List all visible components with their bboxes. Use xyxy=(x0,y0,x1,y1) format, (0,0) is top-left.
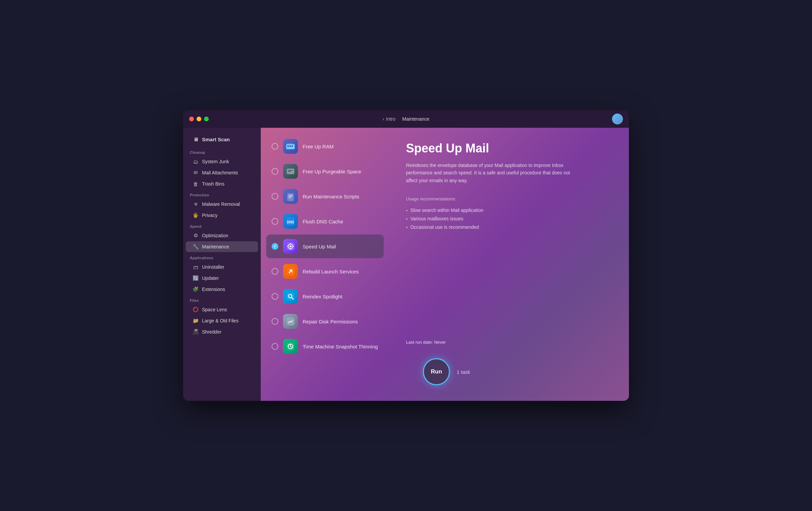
title-bar: ‹ Intro Maintenance xyxy=(183,110,629,128)
sidebar-item-malware-removal[interactable]: ☣ Malware Removal xyxy=(186,199,258,210)
sidebar-item-space-lens[interactable]: ⭕ Space Lens xyxy=(186,304,258,315)
last-run-info: Last run date: Never xyxy=(406,340,612,345)
svg-rect-8 xyxy=(288,170,293,171)
back-chevron-icon: ‹ xyxy=(383,116,384,122)
sidebar: 🖥 Smart Scan Cleanup 🗂 System Junk ✉ Mai… xyxy=(183,128,261,401)
task-label-reindex-spotlight: Reindex Spotlight xyxy=(303,294,342,299)
task-icon-flush-dns: DNS xyxy=(283,214,298,229)
task-label-free-up-ram: Free Up RAM xyxy=(303,144,334,149)
svg-rect-13 xyxy=(288,196,293,197)
usage-item-2: Various mailboxes issues xyxy=(406,215,612,223)
task-radio-free-up-ram[interactable] xyxy=(272,143,278,150)
task-radio-speed-up-mail[interactable] xyxy=(272,243,278,250)
sidebar-item-large-old-files[interactable]: 📁 Large & Old Files xyxy=(186,315,258,326)
sidebar-item-smart-scan[interactable]: 🖥 Smart Scan xyxy=(186,133,258,145)
maintenance-icon: 🔧 xyxy=(193,244,199,250)
shredder-label: Shredder xyxy=(202,329,222,335)
task-icon-maintenance-scripts xyxy=(283,189,298,204)
sidebar-item-updater[interactable]: 🔄 Updater xyxy=(186,273,258,284)
detail-title: Speed Up Mail xyxy=(406,141,612,155)
task-label-time-machine: Time Machine Snapshot Thinning xyxy=(303,344,378,349)
task-label-free-up-purgeable: Free Up Purgeable Space xyxy=(303,169,361,174)
mail-attachments-icon: ✉ xyxy=(193,170,199,176)
back-nav[interactable]: ‹ Intro xyxy=(383,116,396,122)
task-radio-rebuild-launch[interactable] xyxy=(272,268,278,275)
run-button[interactable]: Run xyxy=(423,358,450,385)
section-label-protection: Protection xyxy=(183,190,261,198)
main-content: Free Up RAM Free Up Purgeable Space xyxy=(261,128,629,401)
task-radio-free-up-purgeable[interactable] xyxy=(272,168,278,175)
space-lens-label: Space Lens xyxy=(202,307,227,312)
back-label: Intro xyxy=(386,116,396,122)
task-icon-time-machine xyxy=(283,339,298,354)
detail-panel: Speed Up Mail Reindexes the envelope dat… xyxy=(389,128,629,401)
close-button[interactable] xyxy=(189,117,194,121)
sidebar-item-shredder[interactable]: 📠 Shredder xyxy=(186,326,258,337)
extensions-icon: 🧩 xyxy=(193,286,199,292)
task-radio-maintenance-scripts[interactable] xyxy=(272,193,278,200)
usage-list: Slow search within Mail application Vari… xyxy=(406,206,612,232)
task-label-maintenance-scripts: Run Maintenance Scripts xyxy=(303,194,359,199)
detail-description: Reindexes the envelope database of your … xyxy=(406,162,582,184)
task-icon-free-up-ram xyxy=(283,139,298,154)
updater-icon: 🔄 xyxy=(193,275,199,281)
svg-point-19 xyxy=(289,245,291,247)
privacy-icon: 🖐 xyxy=(193,212,199,218)
user-avatar-button[interactable] xyxy=(612,114,623,124)
svg-rect-14 xyxy=(288,197,291,198)
sidebar-item-uninstaller[interactable]: 🗃 Uninstaller xyxy=(186,262,258,272)
optimization-label: Optimization xyxy=(202,233,228,238)
shredder-icon: 📠 xyxy=(193,329,199,335)
svg-rect-2 xyxy=(289,145,291,147)
traffic-lights xyxy=(189,117,209,121)
sidebar-item-system-junk[interactable]: 🗂 System Junk xyxy=(186,156,258,167)
task-item-speed-up-mail[interactable]: Speed Up Mail xyxy=(266,235,384,258)
svg-rect-1 xyxy=(287,145,289,147)
trash-bins-label: Trash Bins xyxy=(202,181,224,187)
extensions-label: Extensions xyxy=(202,287,225,292)
task-icon-speed-up-mail xyxy=(283,239,298,254)
title-bar-right xyxy=(612,114,623,124)
task-item-free-up-purgeable[interactable]: Free Up Purgeable Space xyxy=(266,160,384,183)
trash-bins-icon: 🗑 xyxy=(193,181,199,187)
task-item-maintenance-scripts[interactable]: Run Maintenance Scripts xyxy=(266,185,384,208)
usage-item-3: Occasional use is recommended xyxy=(406,223,612,232)
sidebar-item-optimization[interactable]: ⚙ Optimization xyxy=(186,230,258,241)
svg-rect-4 xyxy=(288,143,288,145)
task-item-reindex-spotlight[interactable]: Reindex Spotlight xyxy=(266,285,384,308)
task-label-flush-dns: Flush DNS Cache xyxy=(303,219,343,224)
task-radio-flush-dns[interactable] xyxy=(272,218,278,225)
minimize-button[interactable] xyxy=(197,117,201,121)
task-item-repair-disk[interactable]: Repair Disk Permissions xyxy=(266,310,384,333)
task-radio-repair-disk[interactable] xyxy=(272,318,278,325)
space-lens-icon: ⭕ xyxy=(193,307,199,313)
task-radio-time-machine[interactable] xyxy=(272,343,278,350)
optimization-icon: ⚙ xyxy=(193,233,199,239)
sidebar-item-trash-bins[interactable]: 🗑 Trash Bins xyxy=(186,178,258,189)
task-count: 1 task xyxy=(457,369,470,375)
monitor-icon: 🖥 xyxy=(193,136,199,142)
uninstaller-icon: 🗃 xyxy=(193,264,199,270)
malware-removal-label: Malware Removal xyxy=(202,201,240,207)
uninstaller-label: Uninstaller xyxy=(202,264,224,270)
sidebar-item-privacy[interactable]: 🖐 Privacy xyxy=(186,210,258,221)
task-radio-reindex-spotlight[interactable] xyxy=(272,293,278,300)
sidebar-item-mail-attachments[interactable]: ✉ Mail Attachments xyxy=(186,167,258,178)
usage-item-1: Slow search within Mail application xyxy=(406,206,612,215)
task-item-rebuild-launch[interactable]: Rebuild Launch Services xyxy=(266,260,384,283)
sidebar-item-maintenance[interactable]: 🔧 Maintenance xyxy=(186,241,258,252)
svg-point-10 xyxy=(292,172,294,174)
task-item-free-up-ram[interactable]: Free Up RAM xyxy=(266,135,384,158)
task-item-flush-dns[interactable]: DNS Flush DNS Cache xyxy=(266,210,384,233)
task-item-time-machine[interactable]: Time Machine Snapshot Thinning xyxy=(266,335,384,358)
task-label-rebuild-launch: Rebuild Launch Services xyxy=(303,269,359,274)
system-junk-label: System Junk xyxy=(202,159,229,164)
svg-rect-6 xyxy=(292,143,293,145)
task-icon-rebuild-launch xyxy=(283,264,298,279)
sidebar-item-extensions[interactable]: 🧩 Extensions xyxy=(186,284,258,295)
svg-rect-11 xyxy=(287,193,294,201)
task-label-repair-disk: Repair Disk Permissions xyxy=(303,319,358,324)
app-window: ‹ Intro Maintenance 🖥 Smart Scan Cleanup… xyxy=(183,110,629,401)
svg-rect-5 xyxy=(290,143,290,145)
maximize-button[interactable] xyxy=(204,117,209,121)
